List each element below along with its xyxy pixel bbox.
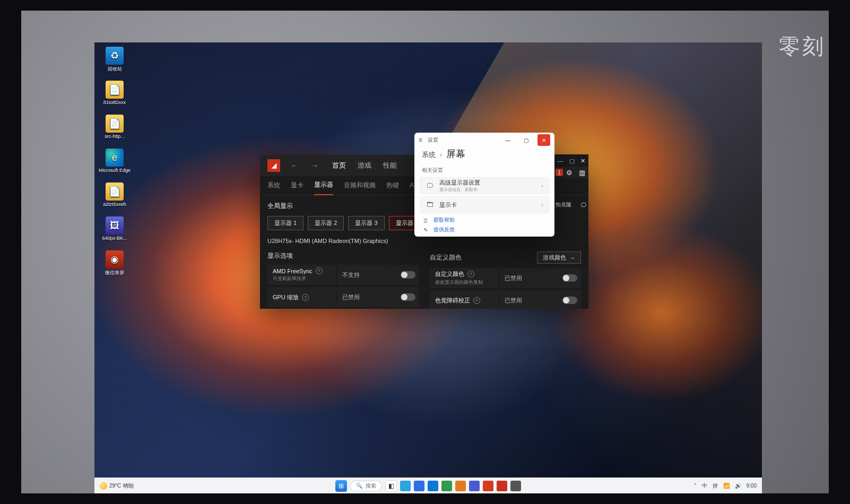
desktop-icon-file-4[interactable]: 🖼 640px-BK... [98, 216, 132, 247]
taskbar-search[interactable]: 🔍 搜索 [350, 481, 382, 491]
tab-system[interactable]: 系统 [267, 176, 280, 195]
taskbar-app-1[interactable] [400, 481, 411, 491]
amd-logo-icon: ◢ [267, 159, 280, 172]
amd-settings-gear-icon[interactable]: ⚙ [563, 167, 576, 178]
row-freesync: AMD FreeSync? 可变刷新率技术 不支持 [267, 265, 419, 285]
nav-forward-button[interactable]: → [309, 161, 320, 170]
amd-top-nav: 首页 游戏 性能 [332, 161, 397, 170]
feedback-icon: ✎ [422, 227, 429, 233]
taskview-button[interactable]: ◧ [385, 480, 397, 492]
ime-indicator-1[interactable]: 中 [702, 482, 707, 490]
amd-close-button[interactable]: ✕ [580, 158, 585, 164]
desktop-icon-file-1[interactable]: 📄 81to8Dxxx [98, 81, 132, 111]
desktop-icon-file-3[interactable]: 📄 a2tzt5xxeh [98, 183, 132, 213]
monitor-icon[interactable]: 🖵 [581, 202, 586, 208]
settings-minimize-button[interactable]: — [501, 134, 514, 146]
amd-sidebar-toggle-icon[interactable]: ▥ [576, 167, 588, 178]
taskbar-app-4[interactable] [441, 481, 452, 491]
tab-gpu[interactable]: 显卡 [291, 176, 303, 195]
amd-window-controls: — ▢ ✕ [554, 154, 588, 167]
desktop-icon-label: 微信录屏 [105, 270, 124, 276]
row-freesync-status: 不支持 [337, 271, 396, 279]
help-icon: ⍰ [422, 218, 429, 223]
taskbar-app-6[interactable] [469, 481, 480, 491]
image-icon: 🖼 [106, 216, 124, 234]
file-icon: 📄 [106, 183, 124, 201]
colortemp-toggle[interactable] [562, 297, 577, 304]
display-3-button[interactable]: 显示器 3 [348, 216, 384, 230]
tab-audio-video[interactable]: 音频和视频 [344, 176, 376, 195]
search-icon: 🔍 [356, 483, 362, 489]
desktop-icon-file-2[interactable]: 📄 src-http... [98, 115, 132, 145]
wifi-icon[interactable]: 📶 [723, 483, 730, 489]
desktop-icon-label: 640px-BK... [102, 236, 127, 241]
tray-chevron-icon[interactable]: ˄ [694, 483, 697, 489]
desktop-icon-recycle-bin[interactable]: ♻ 回收站 [98, 47, 132, 77]
amd-minimize-button[interactable]: — [558, 158, 563, 164]
chevron-right-icon: › [541, 202, 543, 208]
desktop-icon-edge[interactable]: e Microsoft Edge [98, 149, 132, 179]
chevron-right-icon: › [440, 151, 442, 159]
nav-performance[interactable]: 性能 [383, 161, 397, 170]
recycle-bin-icon: ♻ [106, 47, 124, 65]
row-temp-status: 已禁用 [499, 297, 559, 305]
settings-item-advanced-display[interactable]: 🖵 高级显示器设置 显示器信息、刷新率 › [420, 177, 549, 194]
customcolor-toggle[interactable] [562, 274, 577, 282]
taskbar-app-5[interactable] [455, 481, 466, 491]
tab-display[interactable]: 显示器 [314, 176, 333, 195]
game-color-button-label: 游戏颜色 [543, 254, 566, 262]
start-button[interactable]: ⊞ [335, 480, 347, 492]
desktop-icon-label: 81to8Dxxx [103, 100, 126, 105]
settings-breadcrumb: 系统 › 屏幕 [414, 147, 554, 163]
info-icon[interactable]: ? [316, 267, 323, 274]
amd-maximize-button[interactable]: ▢ [569, 158, 575, 164]
amd-notification-badge[interactable]: 1 [556, 169, 563, 176]
nav-back-button[interactable]: ← [289, 161, 300, 170]
settings-window-title: 设置 [428, 136, 438, 144]
taskbar-app-edge[interactable] [428, 481, 438, 491]
taskbar-app-amd[interactable] [497, 481, 507, 491]
settings-titlebar: ≡ 设置 — ▢ ✕ [414, 133, 554, 147]
nav-games[interactable]: 游戏 [358, 161, 371, 170]
get-help-link[interactable]: ⍰ 获取帮助 [422, 216, 547, 224]
game-color-button[interactable]: 游戏颜色 → [537, 251, 581, 264]
display-1-button[interactable]: 显示器 1 [267, 216, 303, 230]
taskbar-app-2[interactable] [414, 481, 424, 491]
settings-maximize-button[interactable]: ▢ [519, 134, 532, 146]
info-icon[interactable]: ? [302, 294, 309, 301]
taskbar-weather-widget[interactable]: 29°C 晴朗 [100, 482, 134, 490]
give-feedback-link[interactable]: ✎ 提供反馈 [422, 226, 547, 233]
clock-time[interactable]: 9:00 [747, 483, 757, 489]
desktop-icon-recorder[interactable]: ◉ 微信录屏 [98, 250, 132, 281]
nav-home[interactable]: 首页 [332, 161, 346, 170]
taskbar-app-settings[interactable] [510, 481, 521, 491]
freesync-toggle[interactable] [401, 271, 415, 279]
volume-icon[interactable]: 🔊 [735, 483, 741, 489]
row-custom-color: 自定义颜色? 修改显示器的颜色复制 已禁用 [430, 268, 582, 288]
row-freesync-label: AMD FreeSync [273, 268, 313, 274]
ime-indicator-2[interactable]: 拼 [713, 482, 718, 490]
desktop-icon-label: 回收站 [108, 66, 122, 73]
desktop-icon-label: a2tzt5xxeh [103, 202, 126, 207]
desktop-icon-label: src-http... [105, 134, 125, 139]
taskbar-app-7[interactable] [483, 481, 493, 491]
settings-close-button[interactable]: ✕ [537, 134, 550, 146]
tab-hotkeys[interactable]: 热键 [386, 176, 399, 195]
monitor-icon: 🖵 [426, 182, 434, 189]
chevron-right-icon: › [541, 183, 543, 189]
windows-taskbar: 29°C 晴朗 ⊞ 🔍 搜索 ◧ [94, 477, 762, 493]
video-watermark: 零刻 [779, 32, 826, 61]
hamburger-icon[interactable]: ≡ [419, 136, 422, 144]
row-gpuscale-label: GPU 缩放 [273, 293, 299, 301]
gpuscale-toggle[interactable] [401, 293, 415, 301]
info-icon[interactable]: ? [467, 271, 474, 277]
info-icon[interactable]: ? [473, 297, 480, 304]
settings-item-graphics-card[interactable]: 🗔 显示卡 › [420, 196, 549, 213]
amd-clone-label: 拍克隆 [556, 201, 571, 208]
custom-color-heading: 自定义颜色 [430, 253, 462, 262]
breadcrumb-system[interactable]: 系统 [422, 150, 436, 160]
windows-settings-window: ≡ 设置 — ▢ ✕ 系统 › 屏幕 相关设置 🖵 高级显示器设置 显示器信息、… [414, 133, 554, 237]
display-2-button[interactable]: 显示器 2 [308, 216, 344, 230]
file-icon: 📄 [106, 81, 124, 99]
desktop-icon-column: ♻ 回收站 📄 81to8Dxxx 📄 src-http... e Micros… [98, 47, 139, 284]
